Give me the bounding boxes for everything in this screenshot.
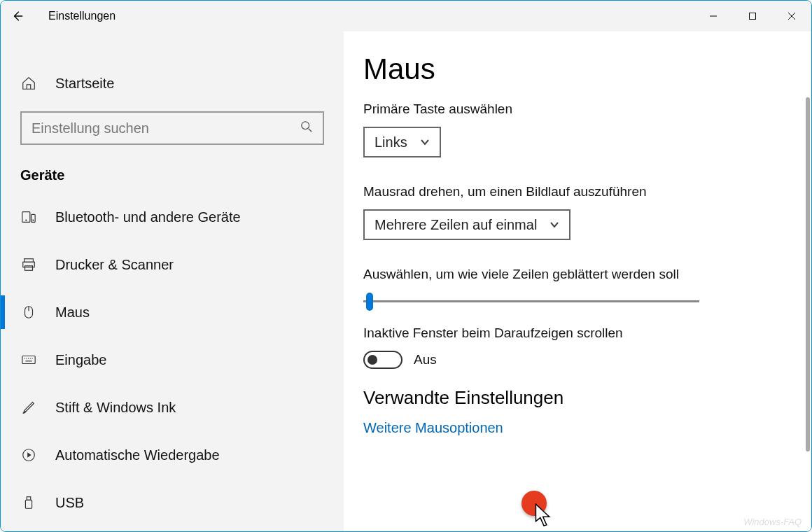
svg-rect-12 — [25, 266, 33, 270]
slider-thumb[interactable] — [366, 293, 373, 311]
sidebar-home-label: Startseite — [55, 76, 114, 92]
sidebar-item-bluetooth[interactable]: Bluetooth- und andere Geräte — [1, 193, 344, 241]
close-icon — [788, 12, 796, 20]
sidebar-item-mouse[interactable]: Maus — [1, 288, 344, 336]
page-title: Maus — [363, 52, 783, 86]
dropdown-value: Links — [374, 134, 407, 150]
titlebar: Einstellungen — [1, 1, 811, 31]
sidebar-item-label: Eingabe — [55, 352, 106, 368]
chevron-down-icon — [420, 134, 430, 150]
search-icon — [300, 120, 313, 136]
primary-button-dropdown[interactable]: Links — [363, 127, 441, 158]
window-title: Einstellungen — [48, 10, 115, 22]
minimize-button[interactable] — [694, 1, 733, 31]
close-button[interactable] — [772, 1, 811, 31]
sidebar-item-label: Automatische Wiedergabe — [55, 447, 220, 463]
chevron-down-icon — [550, 217, 559, 233]
home-icon — [20, 75, 37, 92]
devices-icon — [20, 209, 37, 225]
sidebar-item-usb[interactable]: USB — [1, 479, 344, 526]
search-input[interactable] — [31, 120, 300, 136]
svg-rect-25 — [25, 500, 31, 508]
svg-rect-1 — [750, 13, 756, 20]
inactive-scroll-toggle[interactable] — [363, 351, 402, 369]
mouse-icon — [20, 304, 37, 321]
related-settings-heading: Verwandte Einstellungen — [363, 387, 783, 409]
svg-rect-15 — [22, 356, 35, 364]
sidebar-item-pen[interactable]: Stift & Windows Ink — [1, 384, 344, 431]
keyboard-icon — [20, 351, 37, 368]
lines-slider[interactable] — [363, 292, 699, 312]
scrollbar[interactable] — [806, 97, 810, 451]
svg-point-9 — [33, 220, 34, 220]
sidebar-item-printers[interactable]: Drucker & Scanner — [1, 241, 344, 288]
watermark: Windows-FAQ — [743, 517, 802, 527]
sidebar-item-typing[interactable]: Eingabe — [1, 336, 344, 384]
usb-icon — [20, 494, 37, 511]
svg-rect-24 — [27, 497, 31, 500]
sidebar-item-label: Bluetooth- und andere Geräte — [55, 209, 241, 225]
dropdown-value: Mehrere Zeilen auf einmal — [374, 217, 537, 233]
sidebar-item-label: Maus — [55, 304, 90, 321]
sidebar: Startseite Geräte Bluetooth- und andere … — [1, 31, 344, 531]
sidebar-item-label: Stift & Windows Ink — [55, 400, 176, 416]
search-box[interactable] — [20, 111, 324, 145]
sidebar-home[interactable]: Startseite — [1, 59, 344, 107]
slider-track — [363, 300, 699, 302]
printer-icon — [20, 256, 37, 273]
svg-point-4 — [302, 122, 309, 130]
wheel-scroll-label: Mausrad drehen, um einen Bildlauf auszuf… — [363, 184, 783, 200]
svg-rect-10 — [24, 259, 34, 262]
back-button[interactable] — [1, 1, 34, 31]
wheel-scroll-dropdown[interactable]: Mehrere Zeilen auf einmal — [363, 209, 570, 240]
autoplay-icon — [20, 447, 37, 463]
toggle-knob — [368, 355, 377, 365]
svg-point-8 — [26, 220, 27, 220]
primary-button-label: Primäre Taste auswählen — [363, 102, 783, 117]
more-mouse-options-link[interactable]: Weitere Mausoptionen — [363, 420, 783, 436]
back-arrow-icon — [11, 10, 24, 22]
pen-icon — [20, 399, 37, 416]
inactive-scroll-label: Inaktive Fenster beim Daraufzeigen scrol… — [363, 326, 783, 341]
svg-line-5 — [309, 129, 312, 132]
sidebar-item-autoplay[interactable]: Automatische Wiedergabe — [1, 431, 344, 479]
maximize-button[interactable] — [733, 1, 772, 31]
sidebar-item-label: USB — [55, 495, 84, 511]
svg-marker-23 — [27, 452, 31, 457]
sidebar-section-title: Geräte — [1, 160, 344, 193]
main-content: Maus Primäre Taste auswählen Links Mausr… — [344, 31, 811, 531]
sidebar-item-label: Drucker & Scanner — [55, 257, 174, 273]
lines-label: Auswählen, um wie viele Zeilen geblätter… — [363, 267, 783, 282]
inactive-scroll-state: Aus — [414, 352, 437, 368]
minimize-icon — [709, 12, 718, 20]
maximize-icon — [748, 12, 757, 20]
